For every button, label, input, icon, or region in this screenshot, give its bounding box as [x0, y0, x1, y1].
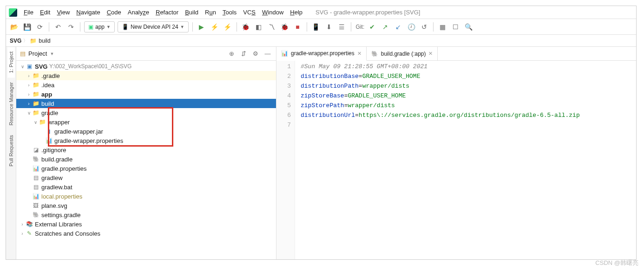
breadcrumb-folder[interactable]: build	[39, 38, 50, 44]
run-icon[interactable]: ▶	[197, 22, 207, 32]
menu-analyze[interactable]: Analyze	[125, 8, 152, 17]
device-label: New Device API 24	[131, 24, 178, 30]
tree-item-gradle-folder[interactable]: ∨📁gradle	[16, 108, 276, 117]
tree-root[interactable]: ∨▣SVG Y:\002_WorkSpace\001_AS\SVG	[16, 62, 276, 71]
chevron-right-icon[interactable]: ›	[26, 101, 32, 106]
code-editor[interactable]: 1234567 #Sun May 09 21:28:55 GMT+08:00 2…	[276, 61, 636, 259]
chevron-down-icon[interactable]: ▼	[50, 51, 54, 56]
tree-item-idea[interactable]: ›📁.idea	[16, 80, 276, 90]
menu-vcs[interactable]: VCS	[240, 8, 258, 17]
debug-icon[interactable]: 🐞	[241, 22, 251, 32]
tab-gradle-wrapper-properties[interactable]: 📊 gradle-wrapper.properties ✕	[276, 47, 367, 61]
side-tab-pull-requests[interactable]: Pull Requests	[7, 130, 15, 171]
chevron-right-icon[interactable]: ›	[19, 231, 26, 236]
menu-tools[interactable]: Tools	[220, 8, 239, 17]
editor-area: 📊 gradle-wrapper.properties ✕ 🐘 build.gr…	[276, 47, 636, 259]
tree-item-plane-svg[interactable]: 🖼plane.svg	[16, 201, 276, 210]
sdk-manager-icon[interactable]: ⬇	[324, 22, 334, 32]
project-tree[interactable]: ∨▣SVG Y:\002_WorkSpace\001_AS\SVG ›📁.gra…	[16, 61, 276, 259]
menu-help[interactable]: Help	[287, 8, 305, 17]
side-tab-project[interactable]: 1: Project	[7, 47, 15, 77]
tree-item-gitignore[interactable]: ◪.gitignore	[16, 145, 276, 154]
tree-item-gradle-cache[interactable]: ›📁.gradle	[16, 71, 276, 80]
sync-icon[interactable]: ⟳	[35, 22, 45, 32]
attach-debugger-icon[interactable]: 🐞	[280, 22, 290, 32]
device-monitor-icon[interactable]: ☰	[337, 22, 347, 32]
gradle-file-icon: 🐘	[32, 211, 39, 219]
svg-file-icon: 🖼	[32, 202, 39, 209]
git-rollback-icon[interactable]: ↺	[419, 22, 429, 32]
chevron-down-icon[interactable]: ∨	[32, 120, 39, 125]
chevron-down-icon[interactable]: ∨	[26, 110, 32, 116]
git-push-icon[interactable]: ↗	[380, 22, 390, 32]
tree-item-app[interactable]: ›📁app	[16, 90, 276, 99]
expand-all-icon[interactable]: ⇵	[239, 49, 248, 58]
tree-item-wrapper-properties[interactable]: 📊gradle-wrapper.properties	[16, 136, 276, 145]
tab-build-gradle-app[interactable]: 🐘 build.gradle (:app) ✕	[367, 47, 438, 61]
select-opened-file-icon[interactable]: ⊕	[227, 49, 236, 58]
chevron-right-icon[interactable]: ›	[19, 222, 26, 227]
git-history-icon[interactable]: 🕘	[406, 22, 416, 32]
folder-icon: 📁	[39, 118, 46, 126]
tree-item-build-gradle[interactable]: 🐘build.gradle	[16, 154, 276, 164]
folder-icon: 📁	[32, 109, 39, 116]
folder-icon: 📁	[32, 100, 39, 107]
tree-item-local-properties[interactable]: 📊local.properties	[16, 192, 276, 201]
tree-item-build[interactable]: ›📁build	[16, 99, 276, 108]
tree-item-gradlew[interactable]: ▤gradlew	[16, 173, 276, 182]
menu-view[interactable]: View	[54, 8, 72, 17]
search-icon[interactable]: 🔍	[463, 22, 473, 32]
apply-changes-icon[interactable]: ⚡	[210, 22, 220, 32]
open-icon[interactable]: 📂	[9, 22, 19, 32]
side-tab-resource-manager[interactable]: Resource Manager	[7, 77, 15, 130]
tree-item-gradlew-bat[interactable]: ▤gradlew.bat	[16, 182, 276, 192]
module-label: app	[95, 24, 105, 30]
tree-item-scratches[interactable]: ›✎Scratches and Consoles	[16, 229, 276, 238]
save-icon[interactable]: 💾	[22, 22, 32, 32]
avd-manager-icon[interactable]: 📱	[311, 22, 321, 32]
git-pull-icon[interactable]: ↙	[393, 22, 403, 32]
scratch-icon: ✎	[26, 230, 33, 237]
app-logo-icon	[9, 8, 17, 17]
apply-code-icon[interactable]: ⚡	[223, 22, 233, 32]
folder-icon: 📁	[30, 38, 37, 44]
chevron-right-icon[interactable]: ›	[26, 73, 32, 78]
menu-run[interactable]: Run	[202, 8, 219, 17]
panel-title[interactable]: Project	[28, 50, 47, 57]
close-icon[interactable]: ✕	[357, 51, 361, 57]
undo-icon[interactable]: ↶	[53, 22, 63, 32]
coverage-icon[interactable]: ◧	[254, 22, 264, 32]
redo-icon[interactable]: ↷	[66, 22, 76, 32]
menu-window[interactable]: Window	[259, 8, 286, 17]
tree-item-wrapper[interactable]: ∨📁wrapper	[16, 117, 276, 127]
gear-icon[interactable]: ⚙	[251, 49, 260, 58]
jar-file-icon: ▮	[45, 128, 53, 135]
tree-item-wrapper-jar[interactable]: ▮gradle-wrapper.jar	[16, 127, 276, 136]
main-toolbar: 📂 💾 ⟳ ↶ ↷ ▣ app ▼ 📱 New Device API 24 ▼ …	[6, 19, 636, 35]
menu-build[interactable]: Build	[182, 8, 201, 17]
tree-item-gradle-properties[interactable]: 📊gradle.properties	[16, 164, 276, 173]
menu-code[interactable]: Code	[104, 8, 124, 17]
editor-tabs: 📊 gradle-wrapper.properties ✕ 🐘 build.gr…	[276, 47, 636, 61]
tree-item-settings-gradle[interactable]: 🐘settings.gradle	[16, 210, 276, 219]
chevron-right-icon[interactable]: ›	[26, 83, 32, 88]
device-selector[interactable]: 📱 New Device API 24 ▼	[118, 21, 189, 32]
module-selector[interactable]: ▣ app ▼	[84, 21, 115, 32]
menu-edit[interactable]: Edit	[37, 8, 53, 17]
profile-icon[interactable]: 〽	[267, 22, 277, 32]
tree-item-external-libs[interactable]: ›📚External Libraries	[16, 219, 276, 229]
settings-icon[interactable]: ☐	[450, 22, 460, 32]
close-icon[interactable]: ✕	[428, 51, 433, 57]
menu-refactor[interactable]: Refactor	[153, 8, 181, 17]
stop-icon[interactable]: ■	[293, 22, 303, 32]
git-commit-icon[interactable]: ✔	[367, 22, 377, 32]
chevron-right-icon[interactable]: ›	[26, 92, 32, 97]
menu-navigate[interactable]: Navigate	[73, 8, 103, 17]
separator	[192, 22, 193, 32]
chevron-down-icon[interactable]: ∨	[19, 64, 26, 69]
project-structure-icon[interactable]: ▦	[437, 22, 447, 32]
hide-icon[interactable]: —	[263, 49, 272, 58]
breadcrumb-root[interactable]: SVG	[10, 38, 21, 44]
code-content[interactable]: #Sun May 09 21:28:55 GMT+08:00 2021 dist…	[295, 61, 636, 259]
menu-file[interactable]: File	[21, 8, 36, 17]
